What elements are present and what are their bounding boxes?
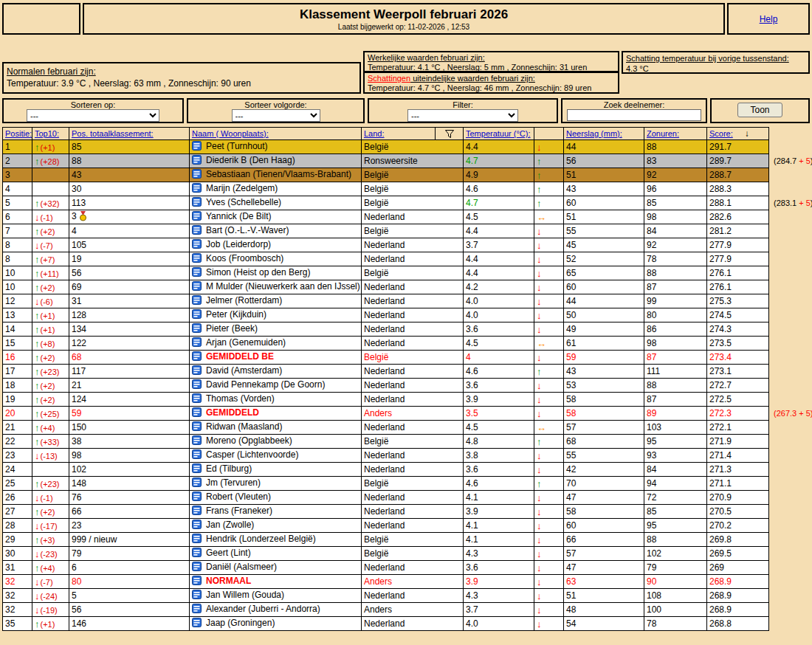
participant-detail-icon[interactable] <box>192 295 202 307</box>
table-row: 6↓(-1)3Yannick (De Bilt)Nederland4.5↔519… <box>3 210 812 224</box>
participant-detail-icon[interactable] <box>192 225 202 237</box>
participant-detail-icon[interactable] <box>192 520 202 531</box>
cell-land: België <box>362 533 464 547</box>
cell-zonuren: 87 <box>644 351 707 365</box>
col-header-zonuren[interactable]: Zonuren: <box>647 129 679 138</box>
col-header-naam[interactable]: Naam ( Woonplaats): <box>192 129 269 138</box>
normalen-box: Normalen februari zijn: Temperatuur: 3.9… <box>2 62 361 94</box>
help-link[interactable]: Help <box>760 14 778 24</box>
rank-change-arrow-icon: ↑ <box>35 478 40 489</box>
cell-top10: ↑(+2) <box>32 224 69 238</box>
col-header-score[interactable]: Score: <box>709 129 733 138</box>
col-header-neerslag[interactable]: Neerslag (mm): <box>566 129 622 138</box>
participant-detail-icon[interactable] <box>192 211 202 223</box>
participant-detail-icon[interactable] <box>192 351 202 363</box>
cell-positie: 1 <box>3 140 32 154</box>
table-row: 29↑(+3)999 / nieuwHendrik (Londerzeel Be… <box>3 533 812 547</box>
participant-detail-icon[interactable] <box>192 407 202 419</box>
col-header-positie[interactable]: Positie: <box>5 129 32 138</box>
cell-pos-totaalklassement: 148 <box>69 477 190 491</box>
cell-score-note <box>769 168 812 182</box>
participant-detail-icon[interactable] <box>192 393 202 405</box>
participant-detail-icon[interactable] <box>192 197 202 209</box>
cell-pos-totaalklassement: 80 <box>69 575 190 589</box>
cell-zonuren: 85 <box>644 196 707 210</box>
participant-detail-icon[interactable] <box>192 548 202 559</box>
cell-pos-totaalklassement: 122 <box>69 337 190 351</box>
cell-zonuren: 78 <box>644 617 707 631</box>
vorige-value: 4.3 °C <box>626 63 805 74</box>
participant-detail-icon[interactable] <box>192 239 202 251</box>
participant-detail-icon[interactable] <box>192 309 202 321</box>
participant-detail-icon[interactable] <box>192 365 202 377</box>
page-title: Klassement Weerpoll februari 2026 <box>84 7 723 21</box>
temp-trend-arrow-icon: ↓ <box>534 266 564 280</box>
col-header-top10[interactable]: Top10: <box>35 129 59 138</box>
cell-score-note <box>769 505 812 519</box>
participant-detail-icon[interactable] <box>192 281 202 293</box>
cell-naam: Arjan (Genemuiden) <box>190 337 362 351</box>
cell-temperatuur: 4.8 <box>464 435 534 449</box>
cell-naam: Pieter (Beek) <box>190 322 362 337</box>
participant-detail-icon[interactable] <box>192 477 202 489</box>
participant-detail-icon[interactable] <box>192 155 202 167</box>
participant-detail-icon[interactable] <box>192 618 202 630</box>
cell-pos-totaalklassement: 128 <box>69 308 190 322</box>
schattingen-box: Schattingen uiteindelijke waarden februa… <box>363 72 619 94</box>
cell-land: Anders <box>362 603 464 617</box>
cell-top10: ↑(+23) <box>32 365 69 379</box>
filter-group: Filter: --- <box>368 98 558 123</box>
col-header-land[interactable]: Land: <box>364 129 385 138</box>
cell-pos-totaalklassement: 117 <box>69 365 190 379</box>
cell-zonuren: 102 <box>644 547 707 561</box>
cell-land: Anders <box>362 407 464 421</box>
cell-score: 268.9 <box>707 589 769 603</box>
sort-order-select[interactable]: --- <box>232 109 320 122</box>
toon-button[interactable]: Toon <box>737 103 782 117</box>
participant-detail-icon[interactable] <box>192 337 202 349</box>
participant-detail-icon[interactable] <box>192 449 202 461</box>
filter-select[interactable]: --- <box>407 109 518 122</box>
participant-detail-icon[interactable] <box>192 169 202 181</box>
cell-temperatuur: 4.4 <box>464 140 534 154</box>
info-row: Normalen februari zijn: Temperatuur: 3.9… <box>2 51 810 94</box>
col-header-temperatuur[interactable]: Temperatuur (°C): <box>466 129 531 138</box>
participant-detail-icon[interactable] <box>192 267 202 279</box>
sort-by-select[interactable]: --- <box>27 109 159 122</box>
col-header-pos-totaal[interactable]: Pos. totaalklassement: <box>72 129 154 138</box>
cell-positie: 5 <box>3 196 32 210</box>
participant-detail-icon[interactable] <box>192 590 202 601</box>
participant-detail-icon[interactable] <box>192 183 202 195</box>
cell-temperatuur: 3.9 <box>464 505 534 519</box>
help-box: Help <box>727 3 810 35</box>
search-input[interactable] <box>567 109 701 121</box>
participant-detail-icon[interactable] <box>192 141 202 153</box>
cell-neerslag: 63 <box>564 575 644 589</box>
participant-detail-icon[interactable] <box>192 253 202 265</box>
participant-detail-icon[interactable] <box>192 491 202 503</box>
cell-top10: ↑(+8) <box>32 337 69 351</box>
cell-neerslag: 44 <box>564 294 644 308</box>
cell-positie: 18 <box>3 379 32 393</box>
participant-detail-icon[interactable] <box>192 379 202 391</box>
cell-top10: ↓(-6) <box>32 294 69 308</box>
participant-detail-icon[interactable] <box>192 562 202 573</box>
participant-detail-icon[interactable] <box>192 421 202 433</box>
cell-score: 282.6 <box>707 210 769 224</box>
participant-detail-icon[interactable] <box>192 463 202 475</box>
participant-detail-icon[interactable] <box>192 534 202 545</box>
participant-detail-icon[interactable] <box>192 435 202 447</box>
filter-funnel-icon[interactable] <box>435 128 463 139</box>
cell-land: België <box>362 266 464 280</box>
participant-detail-icon[interactable] <box>192 604 202 615</box>
cell-score-note <box>769 477 812 491</box>
participant-detail-icon[interactable] <box>192 506 202 517</box>
cell-pos-totaalklassement: 31 <box>69 294 190 308</box>
cell-score: 268.8 <box>707 617 769 631</box>
cell-positie: 25 <box>3 477 32 491</box>
cell-land: België <box>362 224 464 238</box>
cell-zonuren: 84 <box>644 463 707 477</box>
participant-detail-icon[interactable] <box>192 323 202 335</box>
page: Klassement Weerpoll februari 2026 Laatst… <box>0 0 812 631</box>
participant-detail-icon[interactable] <box>192 576 202 587</box>
